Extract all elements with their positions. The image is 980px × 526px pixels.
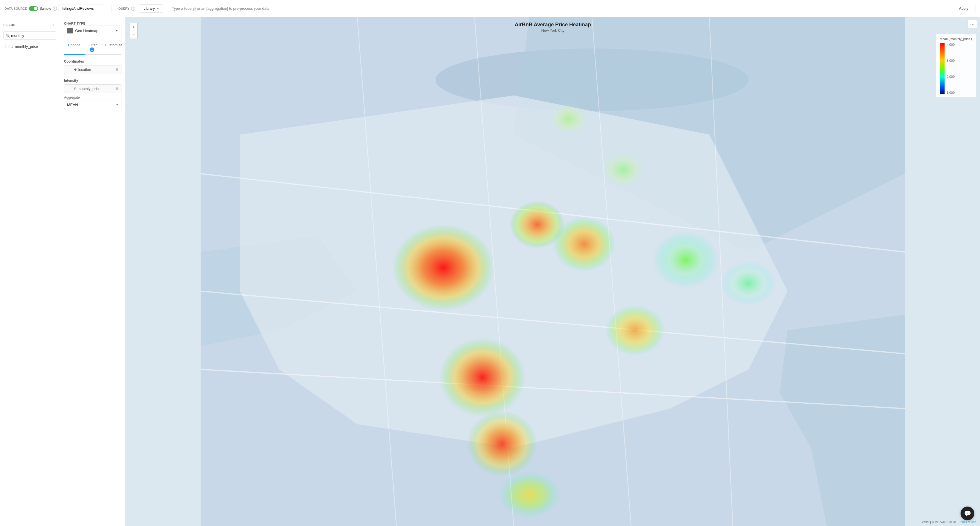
apply-button[interactable]: Apply [952, 4, 975, 13]
terms-of-use-link[interactable]: Terms of Use [959, 521, 976, 524]
legend-color-bar [940, 43, 945, 94]
datasource-label: Data Source [5, 7, 27, 10]
main-area: FIELDS + 🔍 ⋮⋮ # monthly_price CHART TYPE… [0, 17, 980, 526]
legend-value-2000: 2,000 [947, 75, 955, 78]
svg-point-19 [653, 231, 719, 288]
top-bar: Data Source Sample ℹ Query ℹ Library ▼ A… [0, 0, 980, 17]
intensity-delete-icon[interactable]: 🗑 [115, 87, 119, 91]
field-type-icon: # [11, 45, 13, 48]
svg-point-15 [467, 411, 537, 477]
intensity-drag-handle: ⋮⋮ [67, 87, 72, 90]
svg-point-13 [393, 225, 494, 311]
nyc-map [126, 17, 980, 526]
coord-drag-handle: ⋮⋮ [67, 68, 72, 71]
query-input[interactable] [168, 4, 947, 13]
zoom-controls: + − [130, 23, 138, 39]
chart-type-select[interactable]: Geo Heatmap ▼ [64, 25, 121, 36]
library-chevron-icon: ▼ [157, 7, 159, 10]
chart-config-panel: CHART TYPE Geo Heatmap ▼ Encode Filter 1… [60, 17, 126, 526]
library-button[interactable]: Library ▼ [140, 4, 163, 13]
search-wrap: 🔍 [3, 32, 56, 40]
fields-header: FIELDS + [3, 22, 56, 28]
chat-button[interactable]: 💬 [961, 507, 974, 520]
intensity-label: Intensity [64, 79, 121, 83]
field-search-input[interactable] [3, 32, 56, 40]
coordinates-section: Coordinates ⋮⋮ ⊕ location 🗑 [64, 59, 121, 74]
legend-value-4000: 4,000 [947, 43, 955, 46]
add-field-button[interactable]: + [50, 22, 56, 28]
query-label: Query [118, 7, 129, 10]
svg-point-14 [439, 338, 525, 416]
coordinates-label: Coordinates [64, 59, 121, 64]
fields-title: FIELDS [3, 23, 16, 27]
chat-icon: 💬 [964, 510, 971, 517]
svg-point-23 [498, 471, 561, 518]
legend-bar-wrap: 4,000 3,000 2,000 1,000 [940, 43, 972, 94]
field-label: monthly_price [15, 44, 38, 49]
filter-badge: 1 [90, 48, 94, 52]
query-section: Query ℹ [118, 6, 135, 11]
tab-customize[interactable]: Customize [101, 41, 126, 55]
legend-value-1000: 1,000 [947, 91, 955, 94]
tab-filter[interactable]: Filter 1 [84, 41, 101, 55]
svg-point-20 [721, 261, 776, 305]
intensity-field-icon: # [74, 87, 76, 90]
sample-toggle-wrap: Sample ℹ [29, 6, 57, 11]
map-footer: Leaflet | © 1987-2019 HERE | Terms of Us… [921, 521, 976, 524]
datasource-input[interactable] [59, 5, 104, 12]
leaflet-credit: Leaflet | © 1987-2019 HERE | [921, 521, 959, 524]
encode-tabs: Encode Filter 1 Customize [64, 41, 121, 55]
svg-point-22 [547, 102, 590, 136]
aggregate-label: Aggregate [64, 96, 121, 99]
intensity-field-row: ⋮⋮ # monthly_price 🗑 [64, 84, 121, 93]
field-monthly-price[interactable]: ⋮⋮ # monthly_price [3, 43, 56, 50]
intensity-section: Intensity ⋮⋮ # monthly_price 🗑 Aggregate… [64, 79, 121, 109]
map-svg [126, 17, 980, 526]
sample-label: Sample [40, 6, 51, 11]
legend-title: mean ( monthly_price ) [940, 37, 972, 41]
legend: mean ( monthly_price ) 4,000 3,000 2,000… [936, 34, 976, 97]
geo-heatmap-icon [67, 28, 73, 33]
svg-point-18 [605, 305, 665, 355]
drag-handle-icon: ⋮⋮ [4, 45, 10, 48]
legend-value-3000: 3,000 [947, 59, 955, 62]
tab-encode[interactable]: Encode [64, 41, 84, 55]
chart-type-name: Geo Heatmap [75, 29, 113, 33]
divider-1 [111, 4, 111, 13]
coordinates-field-row: ⋮⋮ ⊕ location 🗑 [64, 65, 121, 74]
legend-labels: 4,000 3,000 2,000 1,000 [947, 43, 955, 94]
datasource-section: Data Source Sample ℹ [5, 5, 104, 12]
more-options-button[interactable]: ⋯ [967, 20, 977, 28]
coord-delete-icon[interactable]: 🗑 [115, 67, 119, 72]
map-area: AirBnB Average Price Heatmap New York Ci… [126, 17, 980, 526]
svg-point-17 [553, 217, 616, 272]
zoom-in-button[interactable]: + [130, 23, 138, 31]
fields-panel: FIELDS + 🔍 ⋮⋮ # monthly_price [0, 17, 60, 526]
chart-type-section: CHART TYPE Geo Heatmap ▼ [64, 22, 121, 36]
query-info-icon[interactable]: ℹ [131, 6, 135, 11]
sample-toggle[interactable] [29, 6, 38, 11]
svg-point-21 [600, 150, 647, 190]
coord-field-icon: ⊕ [74, 68, 76, 72]
search-icon: 🔍 [6, 34, 10, 38]
intensity-field-name: monthly_price [78, 87, 113, 91]
library-label: Library [143, 6, 155, 11]
chart-type-label: CHART TYPE [64, 22, 121, 25]
datasource-info-icon[interactable]: ℹ [53, 6, 57, 11]
coord-field-name: location [78, 67, 113, 72]
map-toolbar: ⋯ [967, 20, 977, 28]
toggle-knob [34, 7, 37, 10]
aggregate-wrap: MEAN SUM COUNT MIN MAX ▼ [64, 100, 121, 109]
aggregate-select[interactable]: MEAN SUM COUNT MIN MAX [64, 100, 121, 109]
zoom-out-button[interactable]: − [130, 31, 138, 39]
chart-type-chevron-icon: ▼ [115, 29, 118, 32]
